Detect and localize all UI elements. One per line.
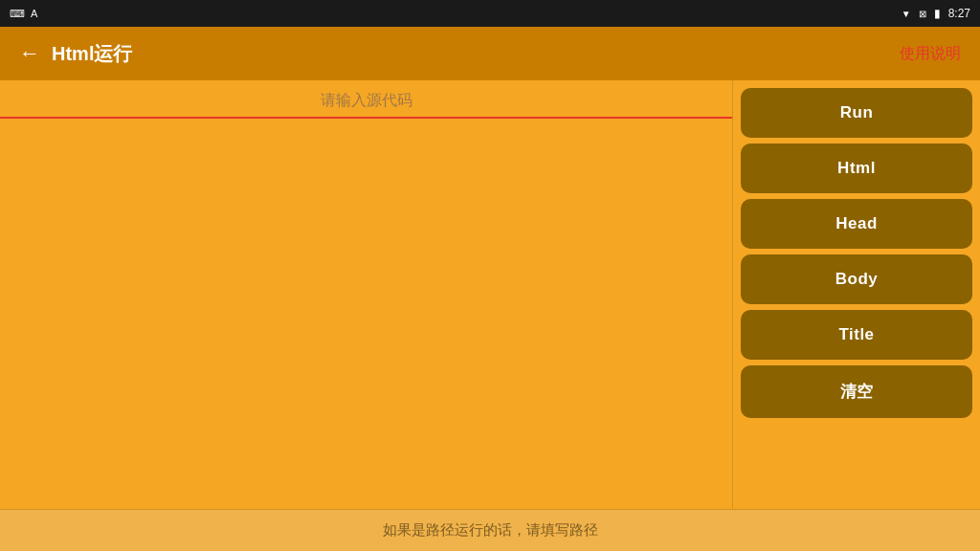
status-bar: ⌨ A 8:27: [0, 0, 980, 27]
status-left: ⌨ A: [10, 8, 37, 20]
ime-icon: A: [31, 8, 37, 19]
back-button[interactable]: ←: [19, 41, 40, 66]
title-button[interactable]: Title: [741, 310, 972, 360]
page-title: Html运行: [52, 41, 132, 67]
wifi-icon: [902, 7, 911, 20]
body-button[interactable]: Body: [741, 254, 972, 304]
clear-button[interactable]: 清空: [741, 365, 972, 418]
code-editor: [0, 80, 733, 509]
code-input[interactable]: [15, 92, 717, 109]
code-input-wrapper: [0, 80, 732, 119]
top-bar-left: ← Html运行: [19, 41, 132, 67]
main-content: Run Html Head Body Title 清空: [0, 80, 980, 509]
status-right: 8:27: [902, 7, 970, 20]
right-panel: Run Html Head Body Title 清空: [733, 80, 980, 509]
clock: 8:27: [948, 7, 970, 20]
sim-icon: [919, 7, 926, 20]
keyboard-icon: ⌨: [10, 8, 25, 20]
html-button[interactable]: Html: [741, 143, 972, 193]
battery-icon: [934, 7, 941, 20]
run-button[interactable]: Run: [741, 88, 972, 138]
bottom-hint: 如果是路径运行的话，请填写路径: [383, 521, 598, 540]
top-bar: ← Html运行 使用说明: [0, 27, 980, 80]
code-area[interactable]: [0, 119, 732, 509]
head-button[interactable]: Head: [741, 199, 972, 249]
bottom-bar: 如果是路径运行的话，请填写路径: [0, 509, 980, 551]
help-link[interactable]: 使用说明: [900, 44, 961, 64]
